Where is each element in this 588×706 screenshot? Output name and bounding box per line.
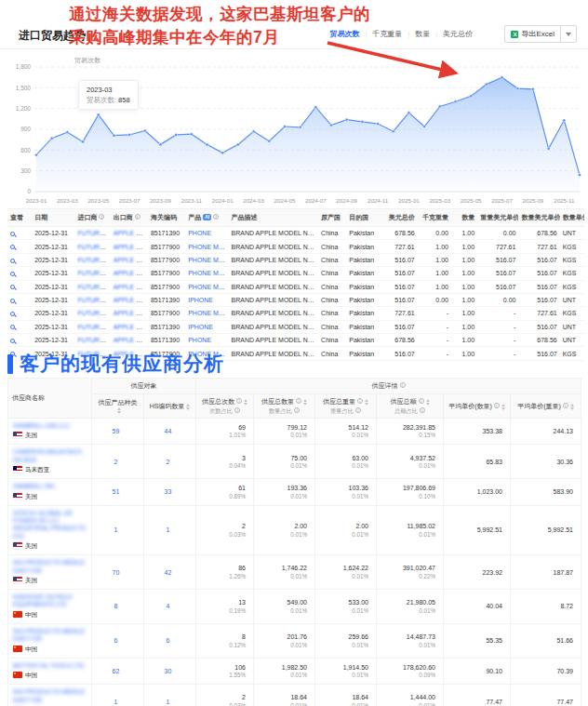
- cell-hs-count[interactable]: 6: [144, 623, 196, 658]
- product-link[interactable]: PHONE MOTHER: [188, 310, 228, 316]
- sort-icon[interactable]: [570, 404, 574, 410]
- sort-icon[interactable]: [244, 399, 247, 406]
- data-point[interactable]: [283, 125, 286, 127]
- data-point[interactable]: [563, 119, 566, 122]
- chart-legend[interactable]: 贸易次数: [74, 56, 100, 65]
- info-icon[interactable]: i: [563, 403, 568, 408]
- data-point[interactable]: [314, 106, 317, 109]
- exporter-link[interactable]: APPLE S...: [114, 337, 146, 343]
- data-point[interactable]: [97, 113, 100, 116]
- cell-hs-count[interactable]: 44: [144, 419, 196, 445]
- supplier-name-link[interactable]: SAMBRILL INC: [13, 483, 88, 490]
- cell-hs-count[interactable]: 2: [144, 445, 196, 479]
- product-link[interactable]: IPHONE: [188, 297, 213, 303]
- data-point[interactable]: [221, 152, 224, 154]
- data-point[interactable]: [408, 112, 410, 114]
- info-icon[interactable]: i: [400, 382, 406, 388]
- data-point[interactable]: [376, 122, 379, 125]
- supplier-name-link[interactable]: HITECH GLOBAL UR POWER HK LLC INDUSTRIAL…: [13, 510, 88, 541]
- info-icon[interactable]: i: [420, 407, 425, 413]
- supplier-name-link[interactable]: NGI PRODUCTS MIDDLE EAST FZE: [13, 688, 88, 704]
- exporter-link[interactable]: APPLE S...: [114, 297, 146, 303]
- cell-hs-count[interactable]: 33: [144, 479, 196, 505]
- cell-product-kinds[interactable]: 62: [92, 658, 144, 684]
- data-point[interactable]: [531, 87, 534, 90]
- cell-hs-count[interactable]: 42: [144, 555, 196, 590]
- info-icon[interactable]: i: [357, 398, 363, 404]
- data-point[interactable]: [34, 153, 37, 156]
- data-point[interactable]: [329, 124, 332, 127]
- magnifier-icon[interactable]: [10, 245, 15, 249]
- export-excel-button[interactable]: X 导出Excel: [504, 25, 560, 43]
- data-point[interactable]: [206, 143, 208, 146]
- data-point[interactable]: [454, 100, 457, 103]
- info-icon[interactable]: i: [494, 403, 500, 408]
- magnifier-icon[interactable]: [10, 232, 15, 236]
- importer-link[interactable]: FUTURE ...: [77, 270, 110, 276]
- info-icon[interactable]: i: [419, 398, 424, 404]
- data-point[interactable]: [501, 76, 503, 79]
- importer-link[interactable]: FUTURE ...: [77, 310, 110, 316]
- data-point[interactable]: [143, 129, 146, 132]
- magnifier-icon[interactable]: [10, 299, 15, 303]
- data-point[interactable]: [578, 174, 581, 177]
- exporter-link[interactable]: APPLE S...: [114, 270, 146, 276]
- cell-hs-count[interactable]: 30: [144, 658, 196, 684]
- magnifier-icon[interactable]: [10, 272, 15, 276]
- data-point[interactable]: [516, 87, 519, 89]
- cell-product-kinds[interactable]: 1: [92, 685, 144, 706]
- supplier-name-link[interactable]: KASHOUR OILFIELD EQUIPMENTS LTD: [13, 593, 88, 609]
- supplier-name-link[interactable]: NGI PRODUCTS MIDDLE EAST FZE: [13, 559, 88, 575]
- importer-link[interactable]: FUTURE ...: [77, 244, 110, 250]
- data-point[interactable]: [236, 143, 239, 146]
- data-point[interactable]: [268, 140, 271, 142]
- data-point[interactable]: [438, 105, 441, 108]
- product-link[interactable]: PHONE MOTHER: [188, 284, 228, 290]
- exporter-link[interactable]: APPLE S...: [114, 324, 146, 330]
- data-point[interactable]: [485, 83, 488, 86]
- magnifier-icon[interactable]: [10, 325, 15, 329]
- tab-quantity[interactable]: 数量: [409, 29, 435, 39]
- data-point[interactable]: [113, 134, 115, 137]
- cell-hs-count[interactable]: 1: [144, 505, 196, 555]
- data-point[interactable]: [423, 125, 426, 127]
- export-dropdown-caret[interactable]: [560, 25, 577, 43]
- cell-hs-count[interactable]: 4: [144, 590, 196, 624]
- info-icon[interactable]: i: [213, 214, 219, 220]
- data-point[interactable]: [299, 126, 301, 128]
- cell-product-kinds[interactable]: 59: [92, 419, 144, 445]
- cell-product-kinds[interactable]: 6: [92, 623, 144, 658]
- sort-icon[interactable]: [303, 399, 307, 406]
- sort-icon[interactable]: [117, 407, 121, 414]
- exporter-link[interactable]: APPLE S...: [114, 257, 146, 263]
- data-point[interactable]: [470, 95, 473, 98]
- data-point[interactable]: [190, 133, 193, 136]
- magnifier-icon[interactable]: [10, 259, 15, 263]
- info-icon[interactable]: i: [296, 398, 301, 404]
- sort-icon[interactable]: [426, 399, 430, 406]
- importer-link[interactable]: FUTURE ...: [77, 230, 110, 236]
- data-point[interactable]: [361, 120, 364, 123]
- data-point[interactable]: [392, 130, 394, 133]
- importer-link[interactable]: FUTURE ...: [77, 257, 110, 263]
- product-link[interactable]: PHONE MOTHER: [188, 270, 228, 276]
- data-point[interactable]: [50, 137, 53, 140]
- importer-link[interactable]: FUTURE ...: [77, 284, 110, 290]
- exporter-link[interactable]: APPLE S...: [114, 310, 146, 316]
- sort-icon[interactable]: [365, 399, 368, 406]
- info-icon[interactable]: i: [234, 407, 240, 413]
- product-link[interactable]: PHONE MOTHER: [188, 257, 228, 263]
- info-icon[interactable]: i: [294, 407, 300, 413]
- data-point[interactable]: [81, 140, 84, 143]
- cell-product-kinds[interactable]: 8: [92, 590, 144, 624]
- exporter-link[interactable]: APPLE S...: [114, 244, 146, 250]
- info-icon[interactable]: i: [135, 214, 140, 220]
- data-point[interactable]: [159, 143, 162, 146]
- data-point[interactable]: [66, 131, 69, 134]
- exporter-link[interactable]: APPLE S...: [114, 230, 146, 236]
- cell-product-kinds[interactable]: 2: [92, 445, 144, 479]
- data-point[interactable]: [128, 133, 131, 136]
- supplier-name-link[interactable]: CAMERON MALAYSIA S DN BHD: [13, 448, 88, 464]
- info-icon[interactable]: i: [236, 398, 242, 404]
- tab-kg-weight[interactable]: 千克重量: [367, 29, 408, 39]
